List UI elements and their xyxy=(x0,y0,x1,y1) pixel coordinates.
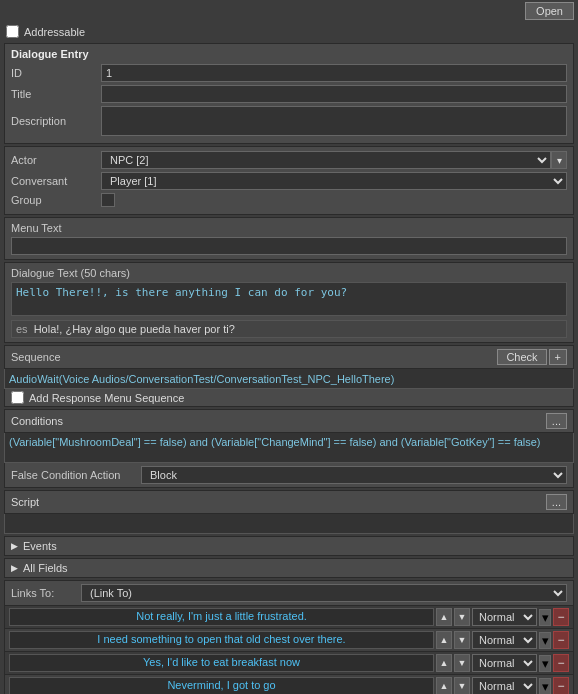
conditions-text: (Variable["MushroomDeal"] == false) and … xyxy=(4,433,574,463)
link-rows-container: Not really, I'm just a little frustrated… xyxy=(4,606,574,694)
menu-text-header: Menu Text xyxy=(11,222,567,234)
link-up-button[interactable]: ▲ xyxy=(436,677,452,694)
translation-lang: es xyxy=(16,323,28,335)
actor-arrow-btn[interactable]: ▾ xyxy=(551,151,567,169)
sequence-buttons: Check + xyxy=(497,349,567,365)
dialogue-entry-panel: Dialogue Entry ID Title Description xyxy=(4,43,574,144)
all-fields-row[interactable]: ▶ All Fields xyxy=(4,558,574,578)
conditions-section: Conditions ... (Variable["MushroomDeal"]… xyxy=(4,409,574,488)
menu-text-panel: Menu Text xyxy=(4,217,574,260)
title-label: Title xyxy=(11,88,101,100)
description-row: Description xyxy=(11,106,567,136)
link-normal-dropdown[interactable]: ▾ xyxy=(539,609,551,626)
link-down-button[interactable]: ▼ xyxy=(454,677,470,694)
dialogue-entry-title: Dialogue Entry xyxy=(11,48,567,60)
description-label: Description xyxy=(11,115,101,127)
title-row: Title xyxy=(11,85,567,103)
translation-text: Hola!, ¿Hay algo que pueda haver por ti? xyxy=(34,323,235,335)
actor-select[interactable]: NPC [2] xyxy=(101,151,551,169)
actor-panel: Actor NPC [2] ▾ Conversant Player [1] Gr… xyxy=(4,146,574,215)
all-fields-triangle: ▶ xyxy=(11,563,18,573)
conditions-label: Conditions xyxy=(11,415,63,427)
conversant-select[interactable]: Player [1] xyxy=(101,172,567,190)
link-row: Not really, I'm just a little frustrated… xyxy=(4,606,574,629)
link-normal-dropdown[interactable]: ▾ xyxy=(539,632,551,649)
conversant-row: Conversant Player [1] xyxy=(11,172,567,190)
conditions-ellipsis-button[interactable]: ... xyxy=(546,413,567,429)
link-up-button[interactable]: ▲ xyxy=(436,654,452,672)
sequence-check-button[interactable]: Check xyxy=(497,349,546,365)
link-normal-select[interactable]: Normal xyxy=(472,677,537,694)
menu-text-input[interactable] xyxy=(11,237,567,255)
add-response-label: Add Response Menu Sequence xyxy=(29,392,184,404)
links-select-wrapper: (Link To) xyxy=(81,584,567,602)
dialogue-text-panel: Dialogue Text (50 chars) Hello There!!, … xyxy=(4,262,574,343)
link-down-button[interactable]: ▼ xyxy=(454,631,470,649)
links-to-select[interactable]: (Link To) xyxy=(81,584,567,602)
link-row: Nevermind, I got to go ▲ ▼ Normal ▾ − xyxy=(4,675,574,694)
links-to-label: Links To: xyxy=(11,587,81,599)
conversant-label: Conversant xyxy=(11,175,101,187)
actor-select-wrapper: NPC [2] xyxy=(101,151,551,169)
actor-row: Actor NPC [2] ▾ xyxy=(11,151,567,169)
link-normal-dropdown[interactable]: ▾ xyxy=(539,678,551,695)
addressable-label: Addressable xyxy=(24,26,85,38)
link-minus-button[interactable]: − xyxy=(553,654,569,672)
id-input[interactable] xyxy=(101,64,567,82)
add-response-checkbox[interactable] xyxy=(11,391,24,404)
title-input[interactable] xyxy=(101,85,567,103)
id-label: ID xyxy=(11,67,101,79)
false-condition-select-wrapper: Block xyxy=(141,466,567,484)
script-label: Script xyxy=(11,496,39,508)
description-input[interactable] xyxy=(101,106,567,136)
id-row: ID xyxy=(11,64,567,82)
group-label: Group xyxy=(11,194,101,206)
sequence-plus-button[interactable]: + xyxy=(549,349,567,365)
dialogue-text-area[interactable]: Hello There!!, is there anything I can d… xyxy=(11,282,567,316)
events-label: Events xyxy=(23,540,57,552)
dialogue-text-header: Dialogue Text (50 chars) xyxy=(11,267,567,279)
sequence-label: Sequence xyxy=(11,351,61,363)
actor-label: Actor xyxy=(11,154,101,166)
false-condition-row: False Condition Action Block xyxy=(4,463,574,488)
link-normal-dropdown[interactable]: ▾ xyxy=(539,655,551,672)
sequence-section: Sequence Check + Add Response Menu Seque… xyxy=(4,345,574,407)
false-condition-label: False Condition Action xyxy=(11,469,141,481)
translation-row: es Hola!, ¿Hay algo que pueda haver por … xyxy=(11,320,567,338)
link-down-button[interactable]: ▼ xyxy=(454,608,470,626)
link-up-button[interactable]: ▲ xyxy=(436,608,452,626)
link-normal-select[interactable]: Normal xyxy=(472,654,537,672)
links-section: Links To: (Link To) Not really, I'm just… xyxy=(4,580,574,694)
open-button[interactable]: Open xyxy=(525,2,574,20)
group-checkbox[interactable] xyxy=(101,193,115,207)
link-minus-button[interactable]: − xyxy=(553,608,569,626)
events-triangle: ▶ xyxy=(11,541,18,551)
all-fields-label: All Fields xyxy=(23,562,68,574)
link-normal-select[interactable]: Normal xyxy=(472,631,537,649)
sequence-input[interactable] xyxy=(4,369,574,389)
link-text: Not really, I'm just a little frustrated… xyxy=(9,608,434,626)
link-row: I need something to open that old chest … xyxy=(4,629,574,652)
link-minus-button[interactable]: − xyxy=(553,677,569,694)
top-bar: Open xyxy=(0,0,578,22)
script-ellipsis-button[interactable]: ... xyxy=(546,494,567,510)
false-condition-select[interactable]: Block xyxy=(141,466,567,484)
add-response-row: Add Response Menu Sequence xyxy=(4,389,574,407)
link-row: Yes, I'd like to eat breakfast now ▲ ▼ N… xyxy=(4,652,574,675)
script-header: Script ... xyxy=(4,490,574,514)
link-normal-select[interactable]: Normal xyxy=(472,608,537,626)
conditions-header: Conditions ... xyxy=(4,409,574,433)
script-input[interactable] xyxy=(4,514,574,534)
events-row[interactable]: ▶ Events xyxy=(4,536,574,556)
links-header: Links To: (Link To) xyxy=(4,580,574,606)
script-section: Script ... xyxy=(4,490,574,534)
addressable-row: Addressable xyxy=(0,22,578,41)
addressable-checkbox[interactable] xyxy=(6,25,19,38)
sequence-header: Sequence Check + xyxy=(4,345,574,369)
link-down-button[interactable]: ▼ xyxy=(454,654,470,672)
link-minus-button[interactable]: − xyxy=(553,631,569,649)
link-up-button[interactable]: ▲ xyxy=(436,631,452,649)
conversant-select-wrapper: Player [1] xyxy=(101,172,567,190)
link-text: Yes, I'd like to eat breakfast now xyxy=(9,654,434,672)
group-row: Group xyxy=(11,193,567,207)
